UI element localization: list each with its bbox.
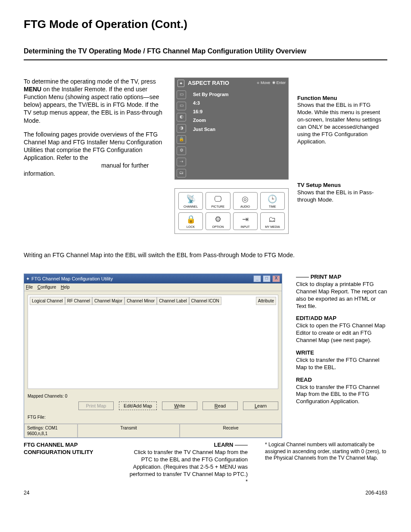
menu-file[interactable]: File xyxy=(26,285,33,289)
osd-option[interactable]: Zoom xyxy=(193,117,285,123)
col-major[interactable]: Channel Major xyxy=(92,297,125,305)
tv-cell-picture[interactable]: 🖵PICTURE xyxy=(206,192,230,210)
ftg-file-label: FTG File: xyxy=(28,414,278,420)
note-line: Writing an FTG Channel Map into the EBL … xyxy=(24,251,387,259)
learn-button[interactable]: Learn xyxy=(243,401,278,410)
osd-side-icon: 🔒 xyxy=(177,135,186,144)
maximize-button[interactable]: □ xyxy=(263,275,271,282)
print-map-button[interactable]: Print Map xyxy=(78,401,114,410)
status-receive: Receive xyxy=(180,424,282,438)
col-icon[interactable]: Channel ICON xyxy=(189,297,221,305)
col-attribute[interactable]: Attribute xyxy=(256,297,276,305)
edit-add-map-button[interactable]: Edit/Add Map xyxy=(119,401,157,410)
minimize-button[interactable]: _ xyxy=(253,275,261,282)
page-title: FTG Mode of Operation (Cont.) xyxy=(24,17,387,32)
tv-setup-annotation: TV Setup Menus Shows that the EBL is in … xyxy=(297,182,387,204)
tv-cell-channel[interactable]: 📡CHANNEL xyxy=(178,192,203,210)
annot-learn: LEARN Click to transfer the TV Channel M… xyxy=(127,442,248,485)
intro-paragraph-2: The following pages provide overviews of… xyxy=(24,131,166,177)
page-number: 24 xyxy=(24,490,29,497)
divider xyxy=(24,59,387,60)
tv-cell-mymedia[interactable]: 🗂MY MEDIA xyxy=(260,212,285,230)
col-rf[interactable]: RF Channel xyxy=(65,297,92,305)
mapped-channels-label: Mapped Channels: 0 xyxy=(28,393,278,399)
col-label[interactable]: Channel Label xyxy=(157,297,189,305)
function-menu-osd: ✦ ASPECT RATIO ⟡ Move ◉ Enter ▭ ▭ ◐ ◑ 🔒 … xyxy=(174,78,289,180)
osd-side-icon: ⚙ xyxy=(177,146,186,155)
tv-cell-input[interactable]: ⇥INPUT xyxy=(233,212,258,230)
tv-cell-audio[interactable]: ◎AUDIO xyxy=(233,192,258,210)
page-subtitle: Determining the TV Operating Mode / FTG … xyxy=(24,47,387,56)
status-bar: Settings: COM1 9600,n,8,1 Transmit Recei… xyxy=(24,423,282,438)
channel-list-area[interactable] xyxy=(30,305,276,387)
close-button[interactable]: X xyxy=(272,275,280,282)
osd-options-list: Set By Program 4:3 16:9 Zoom Just Scan xyxy=(190,89,288,179)
menu-help[interactable]: Help xyxy=(61,285,70,289)
app-menubar: File Configure Help xyxy=(24,283,282,291)
annot-write: WRITE Click to transfer the FTG Channel … xyxy=(296,349,387,371)
intro-paragraph-1: To determine the operating mode of the T… xyxy=(24,78,166,124)
annot-edit: EDIT/ADD MAP Click to open the FTG Chann… xyxy=(296,315,387,344)
write-button[interactable]: Write xyxy=(162,401,197,410)
osd-side-icon: ⇢ xyxy=(177,158,186,166)
tv-cell-option[interactable]: ⚙OPTION xyxy=(206,212,230,230)
app-title-text: FTG Channel Map Configuration Utility xyxy=(31,276,113,282)
osd-side-icon: ◐ xyxy=(177,113,186,121)
osd-side-icon: ▭ xyxy=(177,102,186,110)
osd-side-icon: ▭ xyxy=(177,90,186,99)
osd-option[interactable]: 4:3 xyxy=(193,100,285,106)
tv-setup-menus: 📡CHANNEL 🖵PICTURE ◎AUDIO 🕒TIME 🔒LOCK ⚙OP… xyxy=(174,188,289,234)
tv-cell-lock[interactable]: 🔒LOCK xyxy=(178,212,203,230)
column-headers: Logical Channel RF Channel Channel Major… xyxy=(30,297,276,305)
app-icon: ✦ xyxy=(26,276,30,282)
footnote: * Logical Channel numbers will automatic… xyxy=(265,442,387,485)
read-button[interactable]: Read xyxy=(202,401,238,410)
app-titlebar: ✦ FTG Channel Map Configuration Utility … xyxy=(24,274,282,283)
annot-print: PRINT MAP Click to display a printable F… xyxy=(296,274,387,310)
osd-option[interactable]: Just Scan xyxy=(193,126,285,132)
tv-cell-time[interactable]: 🕒TIME xyxy=(260,192,285,210)
osd-option[interactable]: 16:9 xyxy=(193,109,285,115)
doc-number: 206-4163 xyxy=(365,490,387,497)
function-menu-annotation: Function Menu Shows that the EBL is in F… xyxy=(297,95,387,146)
status-transmit: Transmit xyxy=(78,424,180,438)
osd-side-icon: 🗂 xyxy=(177,169,186,177)
col-minor[interactable]: Channel Minor xyxy=(125,297,157,305)
ftg-app-window: ✦ FTG Channel Map Configuration Utility … xyxy=(24,274,282,438)
osd-option[interactable]: Set By Program xyxy=(193,91,285,97)
menu-configure[interactable]: Configure xyxy=(37,285,56,289)
annot-read: READ Click to transfer the FTG Channel M… xyxy=(296,376,387,406)
aspect-icon: ✦ xyxy=(177,80,184,87)
annot-utility-label: FTG CHANNEL MAP CONFIGURATION UTILITY xyxy=(24,442,110,485)
osd-side-icon: ◑ xyxy=(177,124,186,133)
status-settings: Settings: COM1 9600,n,8,1 xyxy=(24,424,78,438)
col-logical[interactable]: Logical Channel xyxy=(30,297,65,305)
